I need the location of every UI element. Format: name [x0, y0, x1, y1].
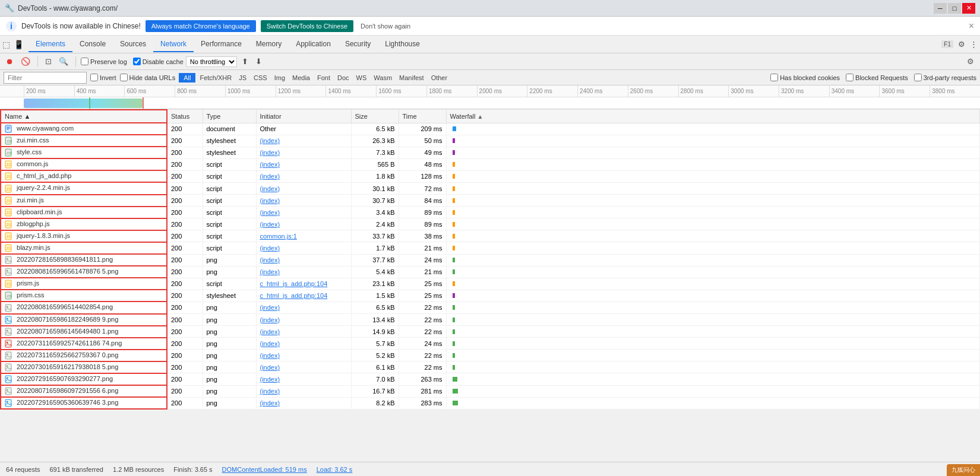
- table-row[interactable]: JS zui.min.js 200 script (index) 30.7 kB…: [1, 195, 980, 207]
- table-row[interactable]: JS jquery-2.2.4.min.js 200 script (index…: [1, 182, 980, 194]
- resource-name[interactable]: 20220729165905360639746 3.png: [17, 399, 118, 406]
- dont-show-again-button[interactable]: Don't show again: [361, 23, 410, 30]
- cell-name[interactable]: 20220731165925662759367 0.png: [1, 350, 167, 361]
- resource-name[interactable]: 20220807165986097291556 6.png: [17, 387, 118, 394]
- resource-name[interactable]: c_html_js_add.php: [17, 172, 71, 179]
- table-row[interactable]: 20220808165996514402854.png 200 png (ind…: [1, 302, 980, 313]
- col-header-name[interactable]: Name ▲: [1, 110, 167, 123]
- table-row[interactable]: JS c_html_js_add.php 200 script (index) …: [1, 170, 980, 182]
- resource-name[interactable]: 20220731165992574261186 74.png: [17, 339, 122, 347]
- initiator-link[interactable]: common.js:1: [260, 233, 297, 240]
- table-row[interactable]: JS clipboard.min.js 200 script (index) 3…: [1, 207, 980, 218]
- initiator-link[interactable]: c_html_js_add.php:104: [260, 280, 328, 287]
- cell-name[interactable]: JS common.js: [1, 158, 167, 170]
- initiator-link[interactable]: (index): [260, 245, 280, 252]
- maximize-button[interactable]: □: [948, 3, 961, 14]
- filter-fetch-xhr[interactable]: Fetch/XHR: [197, 73, 235, 82]
- status-load[interactable]: Load: 3.62 s: [317, 466, 353, 473]
- network-settings-button[interactable]: ⚙: [965, 56, 976, 67]
- initiator-link[interactable]: (index): [260, 399, 280, 407]
- import-button[interactable]: ⬆: [239, 56, 251, 67]
- col-header-initiator[interactable]: Initiator: [256, 110, 351, 123]
- filter-ws[interactable]: WS: [353, 73, 370, 82]
- cell-name[interactable]: JS prism.js: [1, 278, 167, 290]
- table-row[interactable]: JS blazy.min.js 200 script (index) 1.7 k…: [1, 242, 980, 254]
- initiator-link[interactable]: (index): [260, 364, 280, 371]
- filter-all[interactable]: All: [179, 73, 195, 82]
- resource-name[interactable]: blazy.min.js: [17, 244, 50, 251]
- blocked-requests-checkbox[interactable]: [846, 74, 853, 81]
- initiator-link[interactable]: (index): [260, 197, 280, 204]
- infobar-close-button[interactable]: ×: [969, 21, 974, 31]
- more-icon[interactable]: ⋮: [970, 40, 978, 49]
- initiator-link[interactable]: (index): [260, 173, 280, 180]
- cell-name[interactable]: JS jquery-2.2.4.min.js: [1, 182, 167, 194]
- table-row[interactable]: 20220731165925662759367 0.png 200 png (i…: [1, 350, 980, 361]
- table-row[interactable]: 20220730165916217938018 5.png 200 png (i…: [1, 361, 980, 373]
- resource-name[interactable]: prism.css: [17, 291, 44, 299]
- export-button[interactable]: ⬇: [253, 56, 264, 67]
- tab-sources[interactable]: Sources: [113, 37, 153, 52]
- table-row[interactable]: JS jquery-1.8.3.min.js 200 script common…: [1, 230, 980, 242]
- disable-cache-checkbox[interactable]: [133, 58, 141, 65]
- resource-name[interactable]: 20220807165986182249689 9.png: [17, 316, 118, 323]
- resource-name[interactable]: 20220730165916217938018 5.png: [17, 363, 118, 370]
- table-row[interactable]: 20220728165898836941811.png 200 png (ind…: [1, 254, 980, 266]
- cell-name[interactable]: JS zblogphp.js: [1, 218, 167, 230]
- initiator-link[interactable]: (index): [260, 268, 280, 275]
- resource-name[interactable]: 20220808165996561478876 5.png: [17, 268, 118, 275]
- switch-devtools-button[interactable]: Switch DevTools to Chinese: [261, 20, 353, 32]
- resource-name[interactable]: jquery-2.2.4.min.js: [17, 184, 70, 191]
- col-header-waterfall[interactable]: Waterfall ▲: [446, 110, 980, 123]
- table-row[interactable]: JS common.js 200 script (index) 565 B 48…: [1, 158, 980, 170]
- col-header-status[interactable]: Status: [167, 110, 203, 123]
- tab-network[interactable]: Network: [153, 37, 194, 52]
- initiator-link[interactable]: (index): [260, 376, 280, 383]
- inspect-icon[interactable]: ⬚: [2, 40, 10, 49]
- throttle-select[interactable]: No throttling Fast 3G Slow 3G: [186, 56, 237, 67]
- resource-name[interactable]: jquery-1.8.3.min.js: [17, 232, 70, 239]
- resource-name[interactable]: 20220731165925662759367 0.png: [17, 351, 118, 358]
- filter-wasm[interactable]: Wasm: [371, 73, 395, 82]
- resource-name[interactable]: www.ciyawang.com: [17, 125, 74, 132]
- tab-performance[interactable]: Performance: [194, 37, 249, 52]
- table-row[interactable]: .css zui.min.css 200 stylesheet (index) …: [1, 135, 980, 147]
- initiator-link[interactable]: (index): [260, 388, 280, 395]
- cell-name[interactable]: 20220808165996514402854.png: [1, 302, 167, 313]
- close-button[interactable]: ✕: [962, 3, 975, 14]
- table-row[interactable]: 20220808165996561478876 5.png 200 png (i…: [1, 266, 980, 278]
- filter-font[interactable]: Font: [314, 73, 333, 82]
- cell-name[interactable]: JS c_html_js_add.php: [1, 170, 167, 182]
- initiator-link[interactable]: (index): [260, 328, 280, 335]
- cell-name[interactable]: www.ciyawang.com: [1, 123, 167, 135]
- cell-name[interactable]: .css style.css: [1, 147, 167, 158]
- initiator-link[interactable]: (index): [260, 221, 280, 228]
- cell-name[interactable]: JS jquery-1.8.3.min.js: [1, 230, 167, 242]
- initiator-link[interactable]: (index): [260, 209, 280, 216]
- invert-checkbox[interactable]: [90, 74, 98, 81]
- filter-other[interactable]: Other: [428, 73, 451, 82]
- blocked-cookies-checkbox[interactable]: [770, 74, 778, 81]
- col-header-time[interactable]: Time: [399, 110, 446, 123]
- resource-name[interactable]: zblogphp.js: [17, 220, 50, 227]
- cell-name[interactable]: JS blazy.min.js: [1, 242, 167, 254]
- initiator-link[interactable]: (index): [260, 185, 280, 192]
- initiator-link[interactable]: (index): [260, 149, 280, 156]
- cell-name[interactable]: 20220807165986097291556 6.png: [1, 385, 167, 397]
- status-domcontent[interactable]: DOMContentLoaded: 519 ms: [222, 466, 307, 473]
- filter-doc[interactable]: Doc: [334, 73, 352, 82]
- preserve-log-checkbox[interactable]: [81, 58, 88, 65]
- third-party-checkbox[interactable]: [914, 74, 922, 81]
- clear-button[interactable]: 🚫: [18, 56, 33, 67]
- tab-lighthouse[interactable]: Lighthouse: [378, 37, 427, 52]
- minimize-button[interactable]: ─: [934, 3, 947, 14]
- cell-name[interactable]: .css zui.min.css: [1, 135, 167, 147]
- resource-name[interactable]: 20220728165898836941811.png: [17, 256, 113, 263]
- resource-name[interactable]: clipboard.min.js: [17, 208, 62, 215]
- initiator-link[interactable]: (index): [260, 316, 280, 323]
- initiator-link[interactable]: c_html_js_add.php:104: [260, 292, 328, 299]
- col-header-size[interactable]: Size: [351, 110, 399, 123]
- table-row[interactable]: 20220731165992574261186 74.png 200 png (…: [1, 338, 980, 350]
- initiator-link[interactable]: (index): [260, 340, 280, 347]
- resource-name[interactable]: common.js: [17, 160, 48, 167]
